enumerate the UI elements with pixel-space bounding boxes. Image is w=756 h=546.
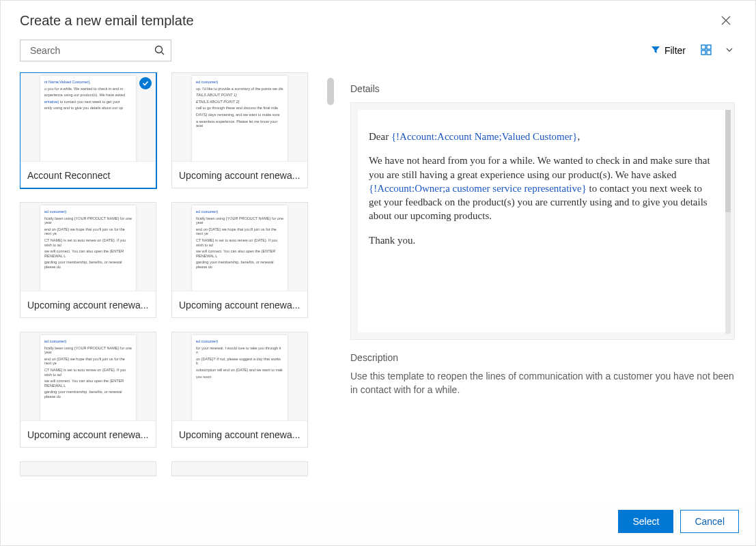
template-thumbnail xyxy=(20,462,156,476)
svg-rect-1 xyxy=(701,45,705,49)
preview-box: Dear {!Account:Account Name;Valued Custo… xyxy=(350,102,735,340)
template-card[interactable] xyxy=(171,461,308,476)
template-thumbnail: ed customer} fically been using {YOUR PR… xyxy=(20,203,156,291)
details-panel: Details Dear {!Account:Account Name;Valu… xyxy=(335,68,755,500)
view-grid-button[interactable] xyxy=(698,42,714,60)
template-thumbnail: ed customer} fically been using {YOUR PR… xyxy=(20,332,156,421)
template-card[interactable]: ed customer} fically been using {YOUR PR… xyxy=(171,202,308,318)
toolbar: Filter xyxy=(1,35,755,68)
header: Create a new email template xyxy=(1,1,755,35)
template-card-label: Upcoming account renewa... xyxy=(172,421,307,447)
svg-point-0 xyxy=(156,46,163,53)
template-card[interactable]: ed customer} fically been using {YOUR PR… xyxy=(20,202,156,318)
template-card[interactable]: ed customer} for your renewal. I would l… xyxy=(171,332,308,448)
template-card-label: Upcoming account renewa... xyxy=(172,291,307,317)
preview-thank-you: Thank you. xyxy=(369,233,716,247)
template-thumbnail: ed customer} up. I'd like to provide a s… xyxy=(172,73,307,162)
preview-para1: We have not heard from you for a while. … xyxy=(369,154,716,222)
template-thumbnail xyxy=(172,462,307,476)
search-box[interactable] xyxy=(20,40,171,61)
content: nt Name;Valued Customer}, o you for a wh… xyxy=(1,68,755,500)
close-icon xyxy=(721,16,731,27)
template-thumbnail: ed customer} for your renewal. I would l… xyxy=(172,332,307,421)
search-icon xyxy=(154,45,165,56)
svg-rect-2 xyxy=(707,45,711,49)
description-heading: Description xyxy=(350,352,735,363)
gallery-scrollbar[interactable] xyxy=(327,78,334,105)
selected-check-icon xyxy=(139,77,152,89)
select-button[interactable]: Select xyxy=(618,510,673,533)
template-card-label: Upcoming account renewa... xyxy=(20,291,156,317)
filter-label: Filter xyxy=(664,45,686,56)
template-gallery-panel: nt Name;Valued Customer}, o you for a wh… xyxy=(1,68,335,500)
preview-text: We have not heard from you for a while. … xyxy=(369,155,710,179)
template-thumbnail: nt Name;Valued Customer}, o you for a wh… xyxy=(20,73,156,162)
footer: Select Cancel xyxy=(1,500,755,545)
merge-field-owner: {!Account:Owner;a customer service repre… xyxy=(369,183,587,194)
chevron-down-icon xyxy=(725,46,733,56)
preview-greeting: Dear {!Account:Account Name;Valued Custo… xyxy=(369,130,716,143)
template-card-label: Upcoming account renewa... xyxy=(20,421,156,447)
dialog-title: Create a new email template xyxy=(20,13,194,29)
dialog: Create a new email template Filter xyxy=(0,0,756,546)
template-gallery-scroll[interactable]: nt Name;Valued Customer}, o you for a wh… xyxy=(20,72,335,500)
template-gallery: nt Name;Valued Customer}, o you for a wh… xyxy=(20,72,328,476)
close-button[interactable] xyxy=(716,13,736,30)
svg-rect-4 xyxy=(707,51,711,55)
merge-field-account-name: {!Account:Account Name;Valued Customer} xyxy=(391,131,578,142)
search-input[interactable] xyxy=(29,44,154,57)
svg-rect-3 xyxy=(701,51,705,55)
description-text: Use this template to reopen the lines of… xyxy=(350,370,735,397)
filter-icon xyxy=(651,45,660,57)
template-card[interactable]: ed customer} fically been using {YOUR PR… xyxy=(20,332,156,448)
preview-body: Dear {!Account:Account Name;Valued Custo… xyxy=(358,110,727,332)
toolbar-right: Filter xyxy=(647,42,736,60)
template-card-label: Upcoming account renewa... xyxy=(172,162,307,188)
template-card[interactable] xyxy=(20,461,156,476)
filter-button[interactable]: Filter xyxy=(647,42,690,59)
details-heading: Details xyxy=(350,83,735,94)
preview-text: , xyxy=(578,131,580,142)
view-dropdown-button[interactable] xyxy=(723,43,736,59)
preview-text: Dear xyxy=(369,131,391,142)
template-card[interactable]: ed customer} up. I'd like to provide a s… xyxy=(171,72,308,188)
cancel-button[interactable]: Cancel xyxy=(680,510,739,533)
template-thumbnail: ed customer} fically been using {YOUR PR… xyxy=(172,203,307,291)
template-card-label: Account Reconnect xyxy=(20,162,156,188)
template-card[interactable]: nt Name;Valued Customer}, o you for a wh… xyxy=(20,72,156,188)
preview-scrollbar[interactable] xyxy=(725,110,731,334)
grid-icon xyxy=(701,44,712,57)
